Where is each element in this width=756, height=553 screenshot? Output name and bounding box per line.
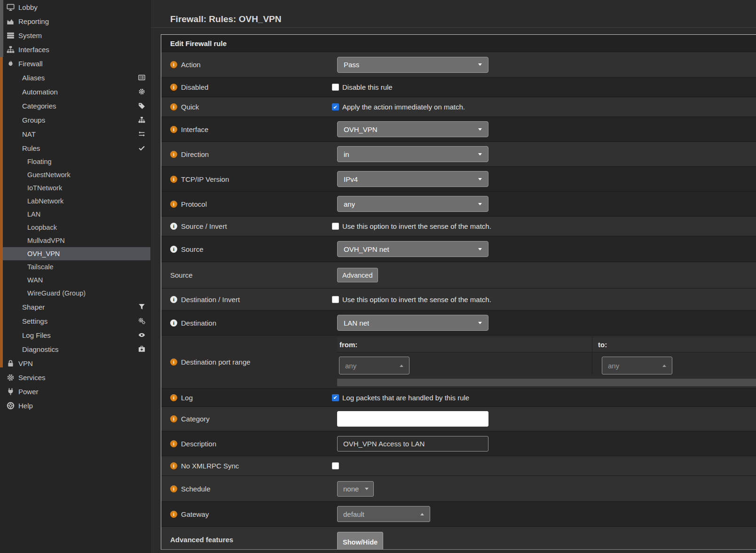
gateway-select[interactable]: default [337,506,430,522]
source-select-value: OVH_VPN net [344,245,389,253]
info-icon[interactable]: i [170,61,177,68]
sidebar: LobbyReportingSystemInterfacesFirewallAl… [0,0,150,553]
port-to-select[interactable]: any [602,357,672,374]
sidebar-item-settings[interactable]: Settings [0,314,150,328]
sidebar-item-services[interactable]: Services [0,370,150,384]
schedule-select[interactable]: none [337,481,374,497]
sidebar-item-mullvadvpn[interactable]: MullvadVPN [0,234,150,247]
quick-checkbox-label: Apply the action immediately on match. [342,103,465,111]
info-icon[interactable]: i [170,358,177,366]
disabled-checkbox[interactable] [332,84,339,91]
form-row-destination: iDestinationLAN net [161,310,756,335]
category-input[interactable] [337,411,488,427]
info-icon[interactable]: i [170,511,177,518]
info-icon[interactable]: i [170,319,177,327]
sidebar-item-log-files[interactable]: Log Files [0,328,150,342]
sidebar-item-label: Interfaces [18,46,49,54]
sidebar-item-aliases[interactable]: Aliases [0,70,150,85]
description-input[interactable] [337,436,488,452]
form-row-protocol: iProtocolany [161,191,756,216]
form-row-description: iDescription [161,431,756,456]
sidebar-item-wireguard-group[interactable]: WireGuard (Group) [0,287,150,300]
destination-select[interactable]: LAN net [337,315,488,331]
source-advanced-button[interactable]: Advanced [337,268,378,282]
sidebar-item-rules[interactable]: Rules [0,141,150,155]
info-icon[interactable]: i [170,462,177,469]
sidebar-item-nat[interactable]: NAT [0,127,150,141]
quick-checkbox[interactable] [332,103,339,110]
info-icon[interactable]: i [170,103,177,110]
port-range-to-body: any [592,352,756,374]
sidebar-item-label: Reporting [18,17,49,25]
tcpip-version-select[interactable]: IPv4 [337,171,488,187]
direction-select[interactable]: in [337,146,488,162]
sidebar-item-ovh-vpn[interactable]: OVH_VPN [0,247,150,260]
info-icon[interactable]: i [170,296,177,303]
port-range-to-column: to:any [592,337,756,374]
form-rows: iActionPassiDisabledDisable this ruleiQu… [161,52,756,550]
disabled-label-cell: iDisabled [161,78,329,97]
sidebar-item-shaper[interactable]: Shaper [0,300,150,314]
sidebar-item-firewall[interactable]: Firewall [0,56,150,70]
sidebar-item-label: Shaper [22,303,45,311]
sidebar-item-power[interactable]: Power [0,384,150,398]
advanced-features-button[interactable]: Show/Hide [337,532,383,550]
chart-icon [6,17,16,25]
sidebar-item-vpn[interactable]: VPN [0,356,150,370]
log-checkbox-label: Log packets that are handled by this rul… [342,394,469,402]
sidebar-item-guestnetwork[interactable]: GuestNetwork [0,168,150,181]
info-icon[interactable]: i [170,84,177,91]
info-icon[interactable]: i [170,246,177,253]
log-checkbox[interactable] [332,394,339,401]
sidebar-item-groups[interactable]: Groups [0,113,150,127]
fire-icon [6,60,16,68]
info-icon[interactable]: i [170,440,177,447]
interface-select[interactable]: OVH_VPN [337,121,488,137]
sidebar-item-label: Diagnostics [22,345,59,353]
source-invert-label: Source / Invert [181,222,227,230]
protocol-select[interactable]: any [337,196,488,212]
sidebar-item-help[interactable]: Help [0,398,150,413]
sidebar-item-automation[interactable]: Automation [0,85,150,99]
sidebar-item-interfaces[interactable]: Interfaces [0,42,150,56]
info-icon[interactable]: i [170,176,177,183]
no-xmlrpc-sync-checkbox[interactable] [332,462,339,469]
port-range-scrollbar[interactable] [337,379,756,386]
sidebar-item-floating[interactable]: Floating [0,155,150,168]
main-content: Firewall: Rules: OVH_VPN Edit Firewall r… [150,0,756,553]
sidebar-item-categories[interactable]: Categories [0,99,150,113]
action-select[interactable]: Pass [337,57,488,73]
sidebar-item-reporting[interactable]: Reporting [0,14,150,28]
info-icon[interactable]: i [170,151,177,158]
info-icon[interactable]: i [170,415,177,422]
tcpip-version-label-cell: iTCP/IP Version [161,167,329,191]
sidebar-item-tailscale[interactable]: Tailscale [0,260,150,273]
destination-invert-checkbox[interactable] [332,296,339,303]
sidebar-item-system[interactable]: System [0,28,150,42]
direction-select-value: in [344,150,349,158]
chevron-down-icon [478,63,482,66]
sidebar-item-lobby[interactable]: Lobby [0,0,150,14]
form-row-direction: iDirectionin [161,141,756,166]
sidebar-item-diagnostics[interactable]: Diagnostics [0,342,150,356]
info-icon[interactable]: i [170,201,177,208]
firewall-section-indicator [0,57,3,367]
sidebar-item-iotnetwork[interactable]: IoTNetwork [0,181,150,195]
info-icon[interactable]: i [170,394,177,401]
sidebar-item-label: Log Files [22,331,51,339]
info-icon[interactable]: i [170,126,177,133]
lock-icon [6,359,16,367]
source-select[interactable]: OVH_VPN net [337,241,488,257]
sidebar-scrollbar-thumb[interactable] [0,0,3,57]
sidebar-item-lan[interactable]: LAN [0,208,150,221]
destination-label-cell: iDestination [161,311,329,335]
info-icon[interactable]: i [170,223,177,230]
sidebar-item-wan[interactable]: WAN [0,273,150,287]
port-from-select[interactable]: any [339,357,410,374]
plug-icon [6,388,16,396]
sidebar-item-labnetwork[interactable]: LabNetwork [0,195,150,208]
source-invert-checkbox[interactable] [332,223,339,230]
sidebar-item-loopback[interactable]: Loopback [0,221,150,234]
info-icon[interactable]: i [170,485,177,492]
sidebar-item-label: Floating [27,158,52,165]
